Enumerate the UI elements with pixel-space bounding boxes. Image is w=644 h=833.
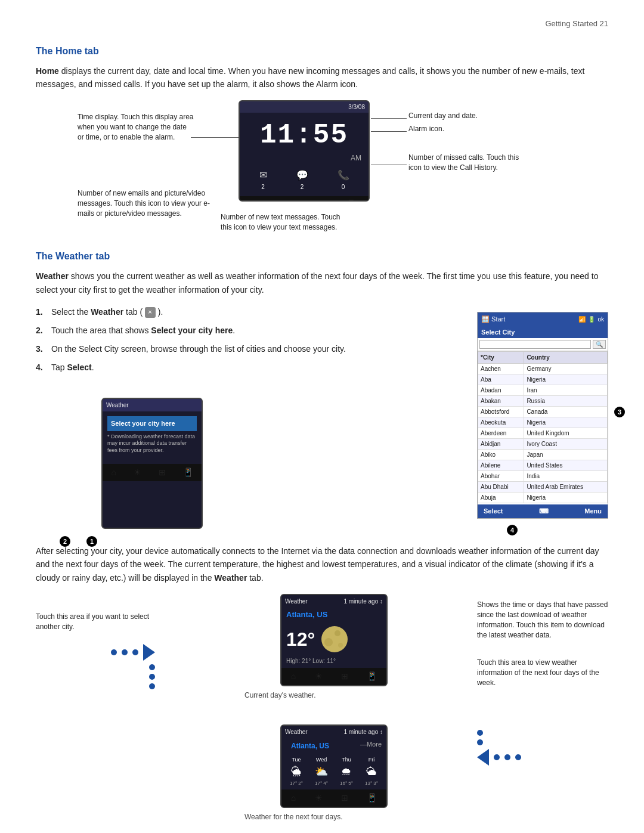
phone-nav-sun-icon: ☀ xyxy=(282,199,290,202)
city-bottom-bar: Select ⌨ Menu xyxy=(478,504,608,518)
rdot4 xyxy=(504,754,510,760)
weather-nav-phone: 📱 xyxy=(183,466,193,479)
phone-nav-phone-icon: 📱 xyxy=(346,199,356,202)
current-weather-caption: Current day's weather. xyxy=(244,690,388,701)
svg-point-1 xyxy=(335,630,340,636)
weather-phone-header: Weather xyxy=(103,399,202,411)
col-country: Country xyxy=(524,352,608,364)
dot-nav-left xyxy=(36,644,155,689)
phone-date-bar: 3/3/08 xyxy=(240,101,369,113)
phone-time: 11:55 xyxy=(240,113,369,157)
table-row[interactable]: AbbotsfordCanada xyxy=(478,407,608,417)
ann-alarm-icon: Alarm icon. xyxy=(408,124,528,134)
phone-nav-grid-icon: ⊞ xyxy=(314,199,321,202)
wfp-more: —More xyxy=(360,739,382,753)
wcp-temperature: 12° xyxy=(286,625,315,654)
ann-shows-time: Shows the time or days that have passed … xyxy=(477,600,608,640)
table-row[interactable]: AbujaNigeria xyxy=(478,493,608,503)
phone-icon-sms: 💬 2 xyxy=(296,168,308,191)
steps-column: 1. Select the Weather tab ( ☀ ). 2. Touc… xyxy=(36,306,465,532)
wcp-temp-row: 12° xyxy=(281,622,386,657)
table-row[interactable]: AbaNigeria xyxy=(478,374,608,385)
wfp-day-tue-name: Tue xyxy=(285,756,308,764)
wfp-day-wed: Wed ⛅ 17° 4° xyxy=(310,756,333,788)
weather-nav-home: ⌂ xyxy=(111,466,116,479)
step-3: 3. On the Select City screen, browse thr… xyxy=(36,343,465,355)
city-keyboard-icon: ⌨ xyxy=(539,506,549,516)
wcp-highlow: High: 21° Low: 11° xyxy=(281,657,386,668)
wfp-day-fri-icon: 🌥 xyxy=(360,764,383,780)
step1-text: Select the Weather tab ( ☀ ). xyxy=(51,306,163,318)
citylist-titlebar-icons: 📶 🔋 ok xyxy=(578,315,604,324)
phone-nav-home-icon: ⌂ xyxy=(252,199,257,202)
city-menu-btn[interactable]: Menu xyxy=(584,506,602,516)
ann-touch-next-days: Touch this area to view weather informat… xyxy=(477,658,608,688)
wcp-city: Atlanta, US xyxy=(281,608,386,622)
wfp-city-row: Atlanta, US —More xyxy=(281,738,386,754)
dot4 xyxy=(149,664,155,670)
page-title: Getting Started 21 xyxy=(545,19,608,28)
weather-nav-sun: ☀ xyxy=(134,466,141,479)
city-search-input[interactable] xyxy=(479,340,591,349)
ann-touch-select-city: Touch this area if you want to select an… xyxy=(36,612,155,632)
wcp-header-right: 1 minute ago ↕ xyxy=(343,597,383,606)
step2-callout: 2 xyxy=(60,536,70,547)
step3-num: 3. xyxy=(36,343,48,355)
wcp-header: Weather 1 minute ago ↕ xyxy=(281,595,386,608)
wcp-header-left: Weather xyxy=(285,597,308,606)
wfp-nav: ⌂ ☀ ⊞ 📱 xyxy=(281,789,386,807)
table-row[interactable]: AbidjanIvory Coast xyxy=(478,439,608,450)
forecast-phone: Weather 1 minute ago ↕ Atlanta, US —More… xyxy=(280,724,388,809)
wfp-header-left: Weather xyxy=(285,727,308,736)
step1-num: 1. xyxy=(36,306,48,318)
wfp-day-fri-temps: 13° 3° xyxy=(360,780,383,787)
step4-callout: 4 xyxy=(507,525,518,535)
city-table: *City Country AachenGermany AbaNigeria A… xyxy=(478,351,608,503)
dot6 xyxy=(149,683,155,689)
ann-time-display: Time display. Touch this display area wh… xyxy=(78,112,194,142)
phone-date: 3/3/08 xyxy=(348,103,365,112)
weather-phone-nav: ⌂ ☀ ⊞ 📱 xyxy=(103,464,202,481)
step-1: 1. Select the Weather tab ( ☀ ). xyxy=(36,306,465,318)
city-list-column: 🪟 Start 📶 🔋 ok Select City 🔍 xyxy=(477,306,608,519)
wfp-header: Weather 1 minute ago ↕ xyxy=(281,726,386,738)
page-header: Getting Started 21 xyxy=(36,18,608,30)
wcp-nav-phone: 📱 xyxy=(367,670,377,683)
weather-intro-text: shows you the current weather as well as… xyxy=(36,271,598,294)
table-row[interactable]: Abu DhabiUnited Arab Emirates xyxy=(478,482,608,493)
wfp-day-fri-name: Fri xyxy=(360,756,383,764)
wfp-nav-grid: ⊞ xyxy=(341,792,348,804)
weather-phone-body: Select your city here * Downloading weat… xyxy=(103,411,202,459)
table-row[interactable]: AbikoJapan xyxy=(478,450,608,460)
dot-nav-right xyxy=(477,730,608,766)
ann-new-texts: Number of new text messages. Touch this … xyxy=(221,212,346,233)
phone-icon-calls: 📞 0 xyxy=(338,168,349,191)
forecast-phone-wrapper: Weather 1 minute ago ↕ Atlanta, US —More… xyxy=(244,713,388,823)
city-search-button[interactable]: 🔍 xyxy=(593,340,606,349)
wcp-nav: ⌂ ☀ ⊞ 📱 xyxy=(281,668,386,685)
svg-point-2 xyxy=(324,638,333,646)
dot2 xyxy=(122,649,128,655)
table-row[interactable]: AbileneUnited States xyxy=(478,460,608,471)
col-city: *City xyxy=(478,352,524,364)
city-list-mock: 🪟 Start 📶 🔋 ok Select City 🔍 xyxy=(477,312,608,519)
home-diagram-container: Time display. Touch this display area wh… xyxy=(78,100,566,231)
ann-current-day: Current day and date. xyxy=(408,111,528,121)
ann-missed-calls: Number of missed calls. Touch this icon … xyxy=(408,153,534,173)
table-row[interactable]: AbakanRussia xyxy=(478,396,608,407)
wfp-day-thu-name: Thu xyxy=(335,756,358,764)
phone-icon-email: ✉ 2 xyxy=(259,168,267,191)
wfp-day-tue-temps: 17° 2° xyxy=(285,780,308,787)
city-select-btn[interactable]: Select xyxy=(484,506,503,516)
table-row[interactable]: AachenGermany xyxy=(478,364,608,374)
table-row[interactable]: AbadanIran xyxy=(478,385,608,396)
home-intro-bold: Home xyxy=(36,66,59,76)
moon-icon xyxy=(320,624,349,654)
table-row[interactable]: AberdeenUnited Kingdom xyxy=(478,428,608,439)
ann-new-emails: Number of new emails and picture/video m… xyxy=(78,188,215,218)
step-4: 4. Tap Select. xyxy=(36,361,465,374)
table-row[interactable]: AboharIndia xyxy=(478,471,608,482)
wfp-day-tue-icon: 🌦 xyxy=(285,764,308,780)
table-row[interactable]: AbeokutaNigeria xyxy=(478,417,608,428)
dot3 xyxy=(132,649,138,655)
